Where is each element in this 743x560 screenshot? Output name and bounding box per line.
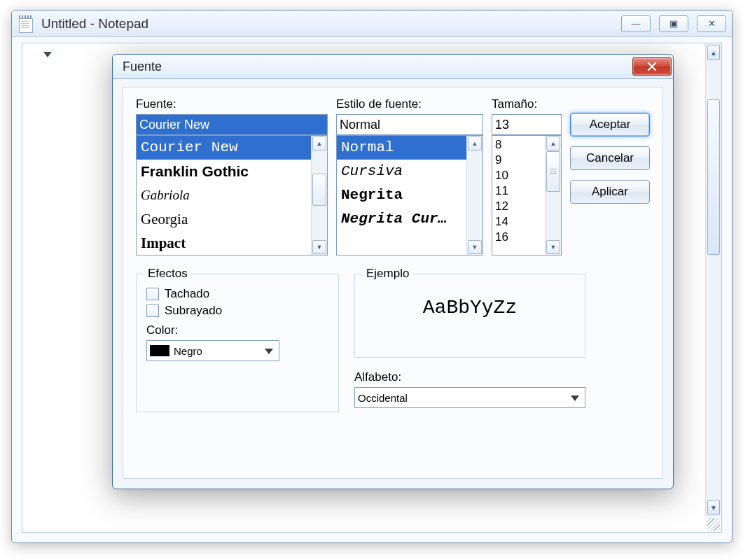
scroll-up-icon[interactable]: ▲: [707, 45, 720, 60]
maximize-button[interactable]: ▣: [659, 15, 688, 32]
color-value: Negro: [174, 345, 202, 357]
scroll-down-icon[interactable]: ▼: [546, 240, 560, 254]
list-item[interactable]: Courier New: [137, 136, 312, 160]
cancel-button[interactable]: Cancelar: [570, 146, 650, 170]
minimize-button[interactable]: ―: [621, 15, 651, 32]
list-item[interactable]: 8: [495, 137, 543, 153]
list-item[interactable]: Impact: [137, 231, 312, 255]
scroll-up-icon[interactable]: ▲: [546, 136, 560, 150]
sample-text: AaBbYyZz: [365, 284, 575, 331]
scroll-thumb[interactable]: [707, 99, 720, 255]
script-combobox[interactable]: Occidental: [354, 387, 585, 408]
dialog-close-button[interactable]: [632, 57, 672, 76]
strikeout-label: Tachado: [165, 287, 209, 301]
main-scrollbar[interactable]: ▲ ▼: [705, 43, 721, 517]
list-item[interactable]: 16: [495, 230, 543, 245]
scroll-thumb[interactable]: [546, 151, 560, 192]
dialog-titlebar[interactable]: Fuente: [113, 55, 673, 79]
size-input[interactable]: [492, 114, 562, 135]
apply-button[interactable]: Aplicar: [570, 180, 650, 204]
notepad-icon: [18, 15, 34, 32]
strikeout-checkbox[interactable]: Tachado: [146, 287, 328, 301]
checkbox-icon: [146, 304, 159, 317]
sample-group: Ejemplo AaBbYyZz: [354, 274, 585, 358]
list-item[interactable]: Negrita: [337, 183, 467, 207]
checkbox-icon: [146, 288, 159, 300]
style-list-scrollbar[interactable]: ▲ ▼: [466, 136, 482, 255]
list-item[interactable]: Franklin Gothic: [137, 160, 312, 183]
script-value: Occidental: [358, 392, 408, 404]
size-listbox[interactable]: 8 9 10 11 12 14 16 ▲ ▼: [492, 135, 562, 255]
font-label: Fuente:: [136, 97, 328, 111]
main-window-title: Untitled - Notepad: [41, 16, 148, 31]
resize-grip-icon[interactable]: [707, 518, 720, 531]
sample-legend: Ejemplo: [362, 267, 413, 281]
list-item[interactable]: 11: [495, 183, 543, 199]
list-item[interactable]: Cursiva: [337, 160, 467, 183]
scroll-down-icon[interactable]: ▼: [312, 240, 326, 254]
scroll-up-icon[interactable]: ▲: [468, 136, 482, 150]
style-listbox[interactable]: Normal Cursiva Negrita Negrita Cur… ▲ ▼: [336, 135, 483, 255]
style-input[interactable]: [336, 114, 483, 135]
chevron-down-icon: [265, 349, 273, 354]
list-item[interactable]: 10: [495, 168, 543, 183]
list-item[interactable]: Negrita Cur…: [337, 207, 467, 231]
dialog-title: Fuente: [123, 59, 162, 74]
scroll-thumb[interactable]: [312, 174, 326, 206]
list-item[interactable]: Normal: [337, 136, 467, 160]
main-titlebar[interactable]: Untitled - Notepad ― ▣ ✕: [12, 10, 732, 37]
font-list-scrollbar[interactable]: ▲ ▼: [311, 136, 327, 255]
underline-label: Subrayado: [165, 304, 222, 318]
underline-checkbox[interactable]: Subrayado: [146, 304, 328, 318]
list-item[interactable]: 14: [495, 214, 543, 230]
scroll-down-icon[interactable]: ▼: [468, 240, 482, 254]
size-list-scrollbar[interactable]: ▲ ▼: [545, 136, 561, 255]
scroll-down-icon[interactable]: ▼: [707, 500, 720, 515]
list-item[interactable]: Georgia: [137, 207, 312, 231]
scroll-up-icon[interactable]: ▲: [312, 136, 326, 150]
color-combobox[interactable]: Negro: [146, 340, 279, 361]
chevron-down-icon[interactable]: [43, 52, 52, 57]
close-icon: [647, 62, 657, 71]
font-input[interactable]: [136, 114, 328, 135]
font-dialog: Fuente Fuente: Courier New Franklin Goth…: [112, 54, 674, 489]
ok-button[interactable]: Aceptar: [570, 113, 650, 136]
list-item[interactable]: 12: [495, 199, 543, 214]
size-label: Tamaño:: [492, 97, 562, 111]
chevron-down-icon: [571, 396, 579, 401]
script-label: Alfabeto:: [354, 370, 585, 384]
list-item[interactable]: 9: [495, 153, 543, 168]
color-label: Color:: [146, 323, 328, 337]
close-button[interactable]: ✕: [697, 15, 726, 32]
style-label: Estilo de fuente:: [336, 97, 483, 111]
effects-group: Efectos Tachado Subrayado Color: Negro: [136, 274, 339, 412]
color-swatch-icon: [150, 345, 169, 356]
font-listbox[interactable]: Courier New Franklin Gothic Gabriola Geo…: [136, 135, 328, 255]
effects-legend: Efectos: [144, 267, 192, 281]
list-item[interactable]: Gabriola: [137, 183, 312, 207]
